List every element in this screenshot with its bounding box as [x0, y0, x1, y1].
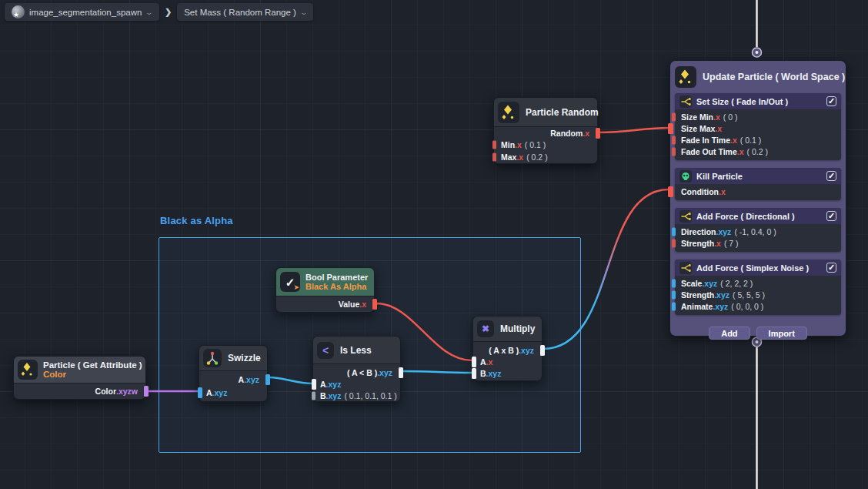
- port-label: B: [320, 391, 326, 400]
- node-header: Particle ( Get Attribute ) Color: [14, 357, 145, 383]
- input-port[interactable]: [672, 290, 676, 299]
- input-port[interactable]: [472, 357, 476, 367]
- node-is-less[interactable]: < Is Less ( A < B ).xyz A.xyz B.xyz ( 0.…: [312, 336, 401, 402]
- chevron-down-icon[interactable]: ⌄: [145, 8, 154, 16]
- input-port[interactable]: [672, 227, 676, 236]
- input-port[interactable]: [672, 302, 676, 310]
- block-enabled-checkbox[interactable]: ✓: [826, 96, 836, 106]
- input-port[interactable]: [668, 123, 673, 134]
- port-label: B: [480, 369, 486, 378]
- output-port[interactable]: [596, 128, 600, 139]
- port-label: Color: [95, 387, 116, 396]
- input-port[interactable]: [672, 147, 676, 156]
- input-port[interactable]: [672, 279, 676, 287]
- port-suffix: .x: [515, 140, 522, 149]
- block-title: Add Force ( Simplex Noise ): [696, 263, 809, 273]
- input-port[interactable]: [672, 136, 676, 144]
- block-enabled-checkbox[interactable]: ✓: [826, 171, 836, 181]
- input-port[interactable]: [668, 186, 673, 197]
- input-port[interactable]: [492, 141, 496, 149]
- output-port[interactable]: [540, 345, 545, 356]
- multiply-icon: ✖: [477, 320, 494, 337]
- node-multiply[interactable]: ✖ Multiply ( A x B ).xyz A.x B.xyz: [472, 316, 542, 381]
- port-value: ( 0.2 ): [526, 152, 547, 162]
- context-footer: Add Import: [675, 323, 841, 340]
- node-bool-parameter[interactable]: ✓ ➤ Bool Parameter Black As Alpha Value.…: [275, 267, 375, 313]
- block-row: Animate.xyz( 0, 0, 0 ): [675, 300, 841, 312]
- output-port[interactable]: [265, 374, 270, 385]
- graph-canvas: Black as Alpha: [0, 0, 868, 489]
- block-enabled-checkbox[interactable]: ✓: [826, 263, 836, 273]
- input-port[interactable]: [672, 112, 676, 121]
- block-kill-particle[interactable]: Kill Particle ✓ Condition.x: [675, 168, 841, 200]
- block-header: Set Size ( Fade In/Out ) ✓: [675, 93, 841, 109]
- input-port[interactable]: [472, 368, 476, 379]
- import-button[interactable]: Import: [756, 327, 807, 340]
- chevron-down-icon[interactable]: ⌄: [299, 8, 308, 16]
- fork-icon: [679, 262, 692, 274]
- port-suffix: .x: [486, 357, 493, 367]
- node-swizzle[interactable]: Swizzle A.xyz A.xyz: [199, 345, 268, 402]
- port-value: ( 0.1, 0.1, 0.1 ): [344, 391, 396, 400]
- input-port[interactable]: [312, 391, 315, 400]
- sparkles-icon: [675, 66, 696, 88]
- node-title: Update Particle ( World Space ): [703, 72, 845, 82]
- port-label: A: [239, 375, 245, 384]
- breadcrumb-asset-label: image_segmentation_spawn: [29, 8, 142, 17]
- block-enabled-checkbox[interactable]: ✓: [826, 211, 836, 221]
- block-row: Scale.xyz( 2, 2, 2 ): [675, 277, 841, 289]
- flow-anchor-in[interactable]: [753, 48, 762, 57]
- output-port[interactable]: [399, 367, 403, 378]
- input-port[interactable]: [312, 379, 316, 390]
- node-title: Bool Parameter: [305, 273, 368, 282]
- port-label: Random: [550, 129, 583, 138]
- output-port[interactable]: [372, 299, 377, 310]
- input-row: A.x: [473, 356, 542, 367]
- breadcrumb: ★ image_segmentation_spawn ⌄ ❯ Set Mass …: [5, 3, 313, 21]
- breadcrumb-asset[interactable]: ★ image_segmentation_spawn ⌄: [5, 3, 159, 21]
- node-header: Particle Random: [494, 98, 597, 127]
- port-label: Min: [501, 140, 515, 149]
- node-update-particle-context[interactable]: Update Particle ( World Space ) Set Size…: [669, 60, 846, 337]
- port-label: ( A < B ): [347, 368, 377, 377]
- add-block-button[interactable]: Add: [709, 327, 749, 340]
- swizzle-icon: [203, 349, 222, 367]
- input-port[interactable]: [492, 152, 496, 161]
- breadcrumb-context[interactable]: Set Mass ( Random Range ) ⌄: [177, 3, 313, 21]
- input-port[interactable]: [198, 387, 202, 398]
- output-port[interactable]: [144, 386, 149, 397]
- node-title: Particle Random: [526, 107, 599, 118]
- port-suffix: .xyz: [212, 388, 228, 397]
- input-row: B.xyz: [473, 367, 542, 379]
- vfx-asset-icon: ★: [12, 5, 25, 18]
- node-title: Is Less: [340, 345, 372, 356]
- block-set-size[interactable]: Set Size ( Fade In/Out ) ✓ Size Min.x( 0…: [675, 93, 841, 160]
- group-label[interactable]: Black as Alpha: [160, 215, 233, 226]
- node-header: ✖ Multiply: [473, 317, 542, 342]
- block-title: Set Size ( Fade In/Out ): [696, 97, 788, 106]
- port-value: ( 0.1 ): [525, 140, 546, 149]
- node-particle-get-attribute[interactable]: Particle ( Get Attribute ) Color Color.x…: [13, 356, 146, 400]
- block-add-force-directional[interactable]: Add Force ( Directional ) ✓ Direction.xy…: [675, 208, 841, 252]
- port-suffix: .x: [359, 300, 366, 309]
- output-row: ( A < B ).xyz: [313, 367, 400, 378]
- block-row: Fade Out Time.x( 0.2 ): [675, 146, 841, 157]
- block-title: Kill Particle: [696, 172, 743, 181]
- port-suffix: .xyz: [244, 375, 259, 384]
- port-suffix: .xyzw: [116, 387, 138, 396]
- output-row: Color.xyzw: [14, 383, 145, 399]
- node-particle-random[interactable]: Particle Random Random.x Min.x ( 0.1 ) M…: [493, 97, 598, 164]
- block-row: Size Max.x: [675, 122, 841, 134]
- input-port[interactable]: [672, 239, 676, 247]
- less-than-icon: <: [317, 342, 334, 359]
- block-row: Fade In Time.x( 0.1 ): [675, 134, 841, 146]
- block-row: Size Min.x( 0 ): [675, 111, 841, 122]
- port-suffix: .xyz: [519, 346, 534, 355]
- block-add-force-simplex-noise[interactable]: Add Force ( Simplex Noise ) ✓ Scale.xyz(…: [675, 260, 841, 315]
- node-header: < Is Less: [313, 337, 400, 364]
- block-header: Add Force ( Directional ) ✓: [675, 208, 841, 224]
- node-header: Update Particle ( World Space ): [670, 61, 846, 92]
- breadcrumb-separator-icon: ❯: [165, 7, 172, 17]
- input-row: Min.x ( 0.1 ): [494, 139, 597, 152]
- port-label: A: [480, 357, 486, 367]
